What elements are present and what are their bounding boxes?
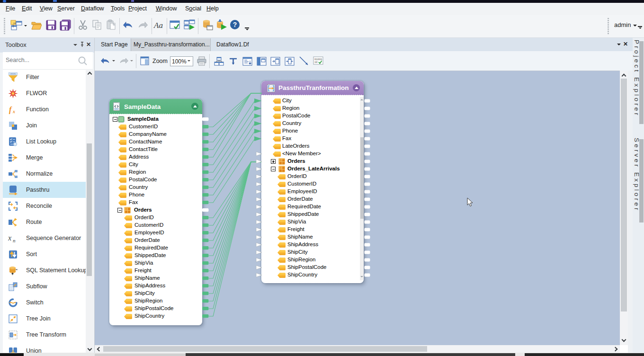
svg-text:x: x xyxy=(8,234,11,242)
svg-text:f: f xyxy=(9,106,12,114)
svg-text:n: n xyxy=(13,238,16,243)
svg-text:x: x xyxy=(12,109,15,114)
svg-text:10: 10 xyxy=(314,61,318,64)
svg-text:10101: 10101 xyxy=(10,73,16,75)
svg-text:?: ? xyxy=(233,21,237,28)
